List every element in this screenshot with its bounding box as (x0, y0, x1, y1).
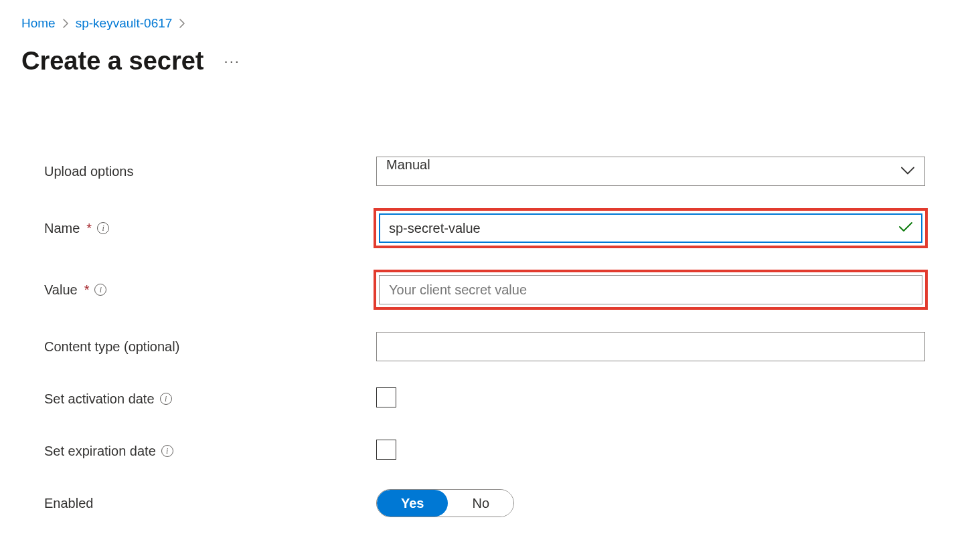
activation-date-label: Set activation date i (44, 391, 376, 407)
name-input[interactable] (379, 213, 922, 243)
activation-date-checkbox[interactable] (376, 387, 396, 407)
expiration-date-row: Set expiration date i (44, 436, 959, 466)
required-star-icon: * (84, 282, 90, 298)
label-text: Name (44, 221, 80, 236)
label-text: Content type (optional) (44, 339, 179, 355)
enabled-yes-button[interactable]: Yes (377, 490, 448, 517)
chevron-right-icon (62, 19, 69, 28)
value-input[interactable] (379, 275, 922, 304)
breadcrumb-home-link[interactable]: Home (21, 16, 56, 31)
info-icon[interactable]: i (160, 393, 172, 405)
value-highlight (374, 270, 928, 310)
create-secret-form: Upload options Manual Name * i (21, 156, 959, 519)
info-icon[interactable]: i (97, 222, 109, 234)
content-type-label: Content type (optional) (44, 339, 376, 355)
label-text: Set expiration date (44, 444, 156, 459)
page-title-row: Create a secret ··· (21, 47, 959, 76)
content-type-row: Content type (optional) (44, 331, 959, 362)
upload-options-row: Upload options Manual (44, 156, 959, 187)
label-text: Value (44, 282, 78, 298)
chevron-down-icon (900, 164, 915, 179)
more-menu-icon[interactable]: ··· (224, 53, 240, 70)
enabled-row: Enabled Yes No (44, 488, 959, 519)
content-type-field (376, 332, 925, 361)
activation-date-field (376, 387, 925, 410)
upload-options-select[interactable]: Manual (376, 157, 925, 186)
label-text: Set activation date (44, 391, 155, 407)
breadcrumb-vault-link[interactable]: sp-keyvault-0617 (76, 16, 173, 31)
info-icon[interactable]: i (94, 284, 106, 296)
name-row: Name * i (44, 208, 959, 248)
upload-options-field: Manual (376, 157, 925, 186)
name-label: Name * i (44, 221, 376, 236)
breadcrumb: Home sp-keyvault-0617 (21, 16, 959, 31)
enabled-toggle: Yes No (376, 489, 514, 517)
value-row: Value * i (44, 270, 959, 310)
value-label: Value * i (44, 282, 376, 298)
enabled-label: Enabled (44, 496, 376, 511)
enabled-field: Yes No (376, 489, 925, 517)
page-title: Create a secret (21, 47, 204, 76)
upload-options-label: Upload options (44, 164, 376, 179)
label-text: Enabled (44, 496, 93, 511)
expiration-date-checkbox[interactable] (376, 440, 396, 460)
expiration-date-label: Set expiration date i (44, 444, 376, 459)
label-text: Upload options (44, 164, 133, 179)
activation-date-row: Set activation date i (44, 383, 959, 414)
chevron-right-icon (179, 19, 185, 28)
select-value: Manual (386, 157, 430, 172)
expiration-date-field (376, 440, 925, 462)
content-type-input[interactable] (376, 332, 925, 361)
name-highlight (374, 208, 928, 248)
enabled-no-button[interactable]: No (448, 490, 513, 517)
required-star-icon: * (86, 221, 92, 236)
info-icon[interactable]: i (161, 445, 173, 457)
